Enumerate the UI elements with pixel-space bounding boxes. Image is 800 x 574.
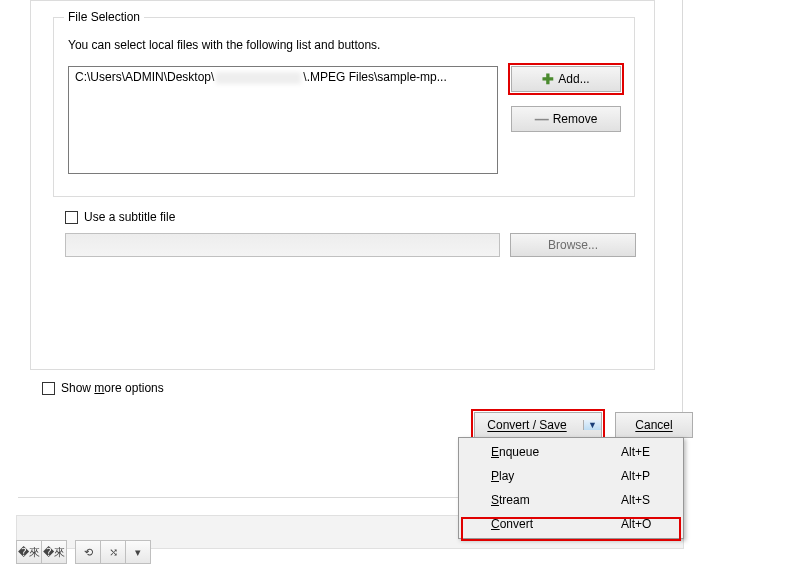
menu-shortcut-play: Alt+P [621,469,681,483]
loop-button[interactable]: ⟲ [75,540,101,564]
convert-save-dropdown[interactable]: ▼ [583,420,601,430]
remove-button-label: Remove [553,112,598,126]
equalizer-icon: �來 [18,545,40,560]
menu-shortcut-enqueue: Alt+E [621,445,681,459]
redacted-path-segment [216,72,301,84]
menu-item-stream[interactable]: Stream Alt+S [461,488,681,512]
shuffle-icon: ⤭ [109,546,118,559]
subtitle-path-input [65,233,500,257]
chevron-down-icon: ▾ [135,546,141,559]
file-selection-instructions: You can select local files with the foll… [68,38,380,52]
file-selection-title: File Selection [64,10,144,24]
subtitle-label: Use a subtitle file [84,210,175,224]
menu-label-play: Play [491,469,621,483]
add-button[interactable]: ✚ Add... [511,66,621,92]
equalizer-button[interactable]: �來 [16,540,42,564]
shuffle-button[interactable]: ⤭ [100,540,126,564]
menu-shortcut-convert: Alt+O [621,517,681,531]
file-path-suffix: \.MPEG Files\sample-mp... [303,70,446,84]
file-list[interactable]: C:\Users\ADMIN\Desktop\\.MPEG Files\samp… [68,66,498,174]
subtitle-checkbox-row[interactable]: Use a subtitle file [65,210,175,224]
menu-shortcut-stream: Alt+S [621,493,681,507]
convert-save-label[interactable]: Convert / Save [475,418,579,432]
cancel-button-label: Cancel [635,418,672,432]
menu-item-enqueue[interactable]: Enqueue Alt+E [461,440,681,464]
toolbar-group-1: �來 �來 [16,540,66,564]
convert-dropdown-menu: Enqueue Alt+E Play Alt+P Stream Alt+S Co… [458,437,684,539]
menu-item-play[interactable]: Play Alt+P [461,464,681,488]
cancel-button[interactable]: Cancel [615,412,693,438]
more-options-checkbox-row[interactable]: Show more options [42,381,164,395]
menu-label-enqueue: Enqueue [491,445,621,459]
menu-label-stream: Stream [491,493,621,507]
convert-save-button[interactable]: Convert / Save ▼ [474,412,602,438]
subtitle-checkbox[interactable] [65,211,78,224]
more-options-label: Show more options [61,381,164,395]
menu-label-convert: Convert [491,517,621,531]
tab-page: File Selection You can select local file… [30,0,655,370]
plus-icon: ✚ [542,72,554,86]
toolbar-group-2: ⟲ ⤭ ▾ [75,540,150,564]
add-button-label: Add... [558,72,589,86]
browse-button: Browse... [510,233,636,257]
loop-icon: ⟲ [84,546,93,559]
remove-button[interactable]: — Remove [511,106,621,132]
expand-button[interactable]: ▾ [125,540,151,564]
dialog-panel: File Selection You can select local file… [18,0,683,498]
menu-item-convert[interactable]: Convert Alt+O [461,512,681,536]
file-selection-group: File Selection You can select local file… [53,17,635,197]
file-path-prefix: C:\Users\ADMIN\Desktop\ [75,70,214,84]
more-options-checkbox[interactable] [42,382,55,395]
equalizer-icon-2: �來 [43,545,65,560]
browse-button-label: Browse... [548,238,598,252]
chevron-down-icon: ▼ [588,420,597,430]
minus-icon: — [535,112,549,126]
equalizer-button-2[interactable]: �來 [41,540,67,564]
